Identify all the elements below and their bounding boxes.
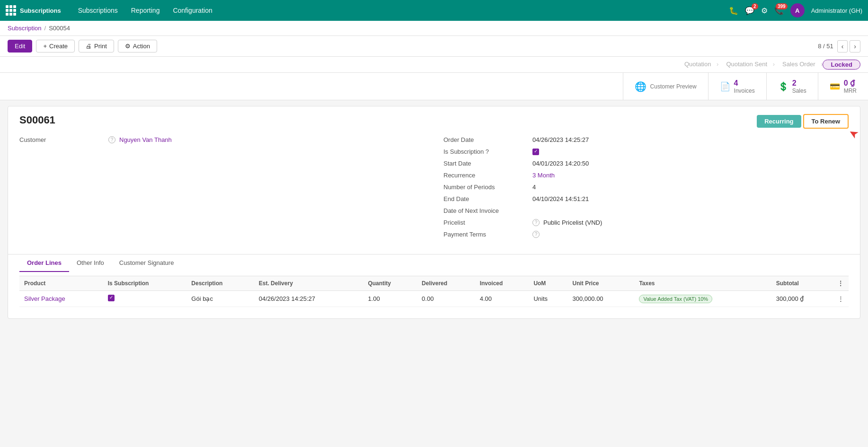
customer-field-row: Customer ? Nguyen Van Thanh [19,136,425,143]
globe-icon: 🌐 [635,81,647,92]
pricelist-help-icon[interactable]: ? [532,219,540,226]
printer-icon: 🖨 [86,43,92,50]
network-icon[interactable]: ⚙ [761,6,768,15]
status-quotation-sent[interactable]: Quotation Sent [718,60,775,70]
status-locked[interactable]: Locked [823,60,860,70]
brand-label: Subscriptions [20,7,61,14]
to-renew-button[interactable]: To Renew [803,114,849,129]
credit-icon: 💳 [830,81,840,92]
start-date-label: Start Date [443,160,529,167]
is-subscription-row: Is Subscription ? [443,148,849,155]
is-subscription-checkbox[interactable] [532,149,539,155]
nav-reporting[interactable]: Reporting [125,4,166,17]
status-bar: Quotation Quotation Sent Sales Order Loc… [0,57,868,73]
user-name[interactable]: Administrator (GH) [811,7,862,14]
prev-button[interactable]: ‹ [837,40,848,53]
chat-badge: 2 [752,3,758,9]
customer-value[interactable]: Nguyen Van Thanh [119,136,172,143]
sales-button[interactable]: 💲 2 Sales [766,73,818,100]
row-unit-price: 300,000.00 [568,291,635,307]
sales-number: 2 [792,79,806,88]
status-quotation[interactable]: Quotation [677,60,718,70]
breadcrumb-parent[interactable]: Subscription [8,25,42,32]
col-est-delivery: Est. Delivery [254,276,363,291]
recurrence-value[interactable]: 3 Month [532,172,555,179]
next-invoice-row: Date of Next Invoice [443,207,849,214]
customer-preview-button[interactable]: 🌐 Customer Preview [623,73,708,100]
col-unit-price: Unit Price [568,276,635,291]
row-is-subscription-checkbox[interactable] [108,295,115,301]
nav-subscriptions[interactable]: Subscriptions [72,4,124,17]
create-label: Create [49,43,68,50]
breadcrumb-current: S00054 [49,25,70,32]
col-actions: ⋮ [833,276,849,291]
print-button[interactable]: 🖨 Print [79,40,114,53]
mrr-info: 0 ₫ MRR [844,79,857,94]
col-delivered: Delivered [417,276,475,291]
sales-label: Sales [792,88,806,94]
end-date-label: End Date [443,195,529,202]
nav-brand[interactable]: Subscriptions [6,5,61,16]
row-invoiced: 4.00 [475,291,529,307]
invoices-info: 4 Invoices [734,79,755,94]
top-navigation: Subscriptions Subscriptions Reporting Co… [0,0,868,21]
bug-icon[interactable]: 🐛 [729,6,738,15]
nav-arrows: ‹ › [837,40,860,53]
phone-badge: 399 [776,3,788,9]
row-delivered: 0.00 [417,291,475,307]
create-button[interactable]: + Create [36,40,75,53]
edit-button[interactable]: Edit [8,40,32,53]
pricelist-row: Pricelist ? Public Pricelist (VND) [443,219,849,226]
chat-icon[interactable]: 💬 2 [745,6,754,15]
apps-grid-icon[interactable] [6,5,16,16]
tab-order-lines[interactable]: Order Lines [19,254,69,272]
action-button[interactable]: ⚙ Action [118,40,157,53]
payment-terms-row: Payment Terms ? [443,231,849,238]
nav-configuration[interactable]: Configuration [167,4,218,17]
tab-other-info[interactable]: Other Info [69,254,112,272]
form-header: S00061 Recurring To Renew ➤ [8,106,860,136]
mrr-button[interactable]: 💳 0 ₫ MRR [818,73,868,100]
tab-customer-signature[interactable]: Customer Signature [112,254,182,272]
recurrence-row: Recurrence 3 Month [443,172,849,179]
row-quantity: 1.00 [363,291,417,307]
col-uom: UoM [529,276,567,291]
next-invoice-label: Date of Next Invoice [443,207,529,214]
recurring-button[interactable]: Recurring [757,115,801,128]
row-product[interactable]: Silver Package [19,291,103,307]
row-description: Gói bạc [186,291,254,307]
is-subscription-label: Is Subscription ? [443,148,529,155]
customer-help-icon[interactable]: ? [108,136,115,143]
col-is-subscription: Is Subscription [103,276,187,291]
order-date-label: Order Date [443,136,529,143]
avatar[interactable]: A [790,3,805,18]
row-est-delivery: 04/26/2023 14:25:27 [254,291,363,307]
row-subtotal: 300,000 ₫ [771,291,833,307]
form-body: Customer ? Nguyen Van Thanh Order Date 0… [8,136,860,254]
dollar-icon: 💲 [778,81,788,92]
breadcrumb-separator: / [44,25,46,32]
row-actions[interactable]: ⋮ [833,291,849,307]
form-left: Customer ? Nguyen Van Thanh [19,136,425,243]
col-subtotal: Subtotal [771,276,833,291]
phone-icon[interactable]: 📞 399 [774,6,784,15]
end-date-value: 04/10/2024 14:51:21 [532,195,589,202]
num-periods-label: Number of Periods [443,184,529,191]
smart-buttons-bar: 🌐 Customer Preview 📄 4 Invoices 💲 2 Sale… [0,73,868,100]
action-label: Action [133,43,150,50]
num-periods-row: Number of Periods 4 [443,184,849,191]
payment-terms-help-icon[interactable]: ? [532,231,540,238]
table-body: Silver Package Gói bạc 04/26/2023 14:25:… [19,291,849,307]
next-button[interactable]: › [850,40,860,53]
col-description: Description [186,276,254,291]
status-sales-order[interactable]: Sales Order [775,60,823,70]
order-lines-table-wrapper: Product Is Subscription Description Est.… [8,276,860,318]
end-date-row: End Date 04/10/2024 14:51:21 [443,195,849,202]
form-right: Order Date 04/26/2023 14:25:27 Is Subscr… [443,136,849,243]
row-is-subscription [103,291,187,307]
invoices-button[interactable]: 📄 4 Invoices [708,73,766,100]
tabs: Order Lines Other Info Customer Signatur… [8,254,860,272]
mrr-label: MRR [844,88,857,94]
table-header: Product Is Subscription Description Est.… [19,276,849,291]
start-date-row: Start Date 04/01/2023 14:20:50 [443,160,849,167]
